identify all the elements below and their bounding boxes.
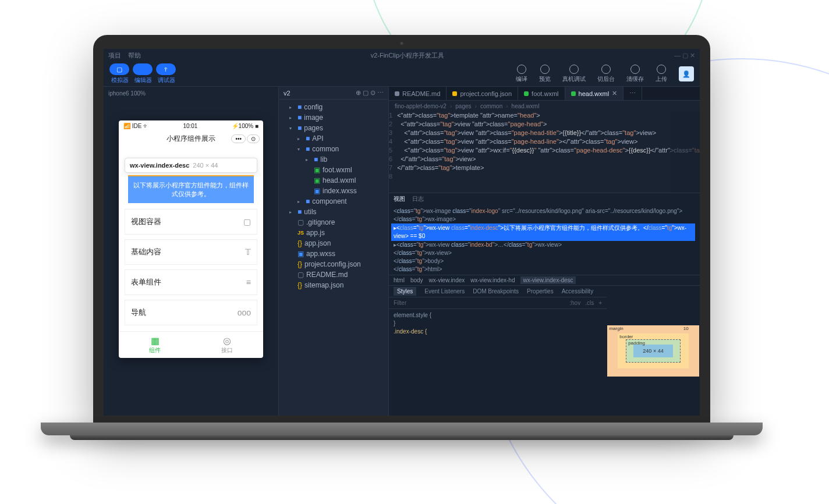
window-title: v2-FinClip小程序开发工具: [141, 51, 674, 60]
file-tree-item[interactable]: {}sitemap.json: [279, 280, 388, 290]
devtools-subtab[interactable]: Properties: [527, 288, 554, 294]
editor-tab[interactable]: head.wxml✕: [565, 87, 624, 100]
file-tree-item[interactable]: ▾■common: [279, 144, 388, 154]
editor-panel: README.mdproject.config.jsonfoot.wxmlhea…: [389, 87, 700, 416]
menu-item[interactable]: 帮助: [128, 51, 141, 60]
tab-item[interactable]: ▦组件: [119, 332, 191, 358]
devtools-subtab[interactable]: Accessibility: [562, 288, 593, 294]
devtools-subtab[interactable]: DOM Breakpoints: [473, 288, 519, 294]
dom-path-segment[interactable]: html: [394, 277, 405, 283]
file-tree-item[interactable]: ▸■config: [279, 102, 388, 112]
toolbar-action[interactable]: 切后台: [597, 65, 615, 83]
status-right: ⚡100% ■: [232, 123, 258, 129]
simulator-device-label: iphone6 100%: [104, 87, 278, 100]
view-tab[interactable]: [133, 63, 153, 75]
toolbar-action[interactable]: 编译: [516, 65, 527, 83]
breadcrumb[interactable]: fino-applet-demo-v2›pages›common›head.wx…: [389, 101, 700, 111]
editor-tab[interactable]: project.config.json: [447, 87, 518, 100]
code-editor[interactable]: 12345678 <"attr">class="tag">template "a…: [389, 111, 700, 193]
file-tree-item[interactable]: {}project.config.json: [279, 259, 388, 269]
view-tab[interactable]: ▢: [109, 63, 129, 75]
component-list-item[interactable]: 视图容器▢: [125, 209, 257, 235]
status-left: 📶 IDE ᯤ: [123, 123, 149, 129]
editor-tab[interactable]: foot.wxml: [518, 87, 565, 100]
file-tree-item[interactable]: ▣head.wxml: [279, 175, 388, 186]
dom-path-segment[interactable]: wx-view.index: [429, 277, 465, 283]
style-filter-action[interactable]: +: [598, 300, 602, 306]
file-tree-item[interactable]: ▣app.wxss: [279, 249, 388, 259]
devtools-subtab[interactable]: Styles: [394, 287, 416, 296]
file-tree-item[interactable]: ▾■pages: [279, 123, 388, 133]
style-filter-action[interactable]: .cls: [585, 300, 594, 306]
dom-path-segment[interactable]: wx-view.index-hd: [470, 277, 515, 283]
file-tree-item[interactable]: JSapp.js: [279, 228, 388, 238]
capsule-menu[interactable]: •••: [231, 134, 246, 143]
toolbar-action[interactable]: 上传: [656, 65, 667, 83]
close-icon: ✕: [612, 90, 617, 97]
view-tab-label: 编辑器: [134, 76, 152, 84]
dom-inspector[interactable]: <class="tg">wx-image class="index-logo" …: [389, 205, 700, 275]
simulator-panel: iphone6 100% 📶 IDE ᯤ 10:01 ⚡100% ■ 小程序组件…: [104, 87, 278, 416]
avatar[interactable]: 👤: [679, 66, 694, 81]
devtools-top-tab[interactable]: 视图: [394, 195, 405, 203]
devtools-panel: 视图日志 <class="tg">wx-image class="index-l…: [389, 193, 700, 416]
dom-path-segment[interactable]: body: [410, 277, 423, 283]
component-list-item[interactable]: 导航ooo: [125, 300, 257, 325]
tab-overflow[interactable]: ⋯: [623, 87, 642, 100]
file-tree-item[interactable]: ▸■utils: [279, 207, 388, 217]
window-titlebar: 项目帮助 v2-FinClip小程序开发工具 — ▢ ✕: [104, 49, 700, 62]
laptop-mockup: 项目帮助 v2-FinClip小程序开发工具 — ▢ ✕ ▢⫯ 模拟器编辑器调试…: [93, 35, 710, 440]
window-controls[interactable]: — ▢ ✕: [674, 52, 695, 59]
dom-path-segment[interactable]: wx-view.index-desc: [520, 276, 575, 284]
file-tree-item[interactable]: ▢.gitignore: [279, 217, 388, 228]
box-model: margin 10 border padding 240 × 44: [607, 286, 700, 416]
page-title: 小程序组件展示: [166, 134, 215, 144]
file-tree-item[interactable]: {}app.json: [279, 238, 388, 249]
tab-item[interactable]: ◎接口: [191, 332, 263, 358]
file-tree-item[interactable]: ▸■image: [279, 112, 388, 123]
style-filter-action[interactable]: :hov: [569, 300, 580, 306]
file-tree-item[interactable]: ▸■API: [279, 133, 388, 144]
highlighted-element[interactable]: 以下将展示小程序官方组件能力，组件样式仅供参考。: [128, 175, 254, 203]
toolbar-action[interactable]: 清缓存: [626, 65, 644, 83]
ide-screen: 项目帮助 v2-FinClip小程序开发工具 — ▢ ✕ ▢⫯ 模拟器编辑器调试…: [104, 49, 700, 416]
toolbar-action[interactable]: 预览: [539, 65, 551, 83]
status-time: 10:01: [183, 123, 197, 129]
filter-input[interactable]: Filter: [394, 300, 406, 306]
explorer-actions[interactable]: ⊕ ▢ ⊙ ⋯: [356, 89, 384, 97]
devtools-top-tab[interactable]: 日志: [412, 195, 424, 203]
editor-tab[interactable]: README.md: [389, 87, 447, 100]
minimap[interactable]: [671, 111, 700, 193]
view-tab[interactable]: ⫯: [156, 63, 176, 75]
inspector-tooltip: wx-view.index-desc240 × 44: [125, 158, 257, 173]
file-tree-item[interactable]: ▢README.md: [279, 269, 388, 280]
project-root[interactable]: v2: [284, 90, 290, 97]
css-rules[interactable]: element.style {}.index-desc {</span></di…: [389, 309, 607, 416]
view-tab-label: 模拟器: [111, 76, 129, 84]
menu-item[interactable]: 项目: [108, 51, 121, 60]
toolbar: ▢⫯ 模拟器编辑器调试器 编译预览真机调试切后台清缓存上传👤: [104, 62, 700, 86]
toolbar-action[interactable]: 真机调试: [562, 65, 586, 83]
file-tree-item[interactable]: ▸■lib: [279, 154, 388, 165]
component-list-item[interactable]: 基础内容𝕋: [125, 239, 257, 265]
view-tab-label: 调试器: [158, 76, 175, 84]
component-list-item[interactable]: 表单组件≡: [125, 269, 257, 295]
dom-breadcrumb[interactable]: htmlbodywx-view.indexwx-view.index-hdwx-…: [389, 275, 700, 285]
devtools-subtab[interactable]: Event Listeners: [424, 288, 465, 294]
file-tree-item[interactable]: ▣index.wxss: [279, 186, 388, 196]
phone-preview: 📶 IDE ᯤ 10:01 ⚡100% ■ 小程序组件展示 ••• ⊙ wx-v…: [119, 120, 263, 358]
file-tree-item[interactable]: ▸■component: [279, 196, 388, 207]
file-tree-item[interactable]: ▣foot.wxml: [279, 165, 388, 175]
file-explorer: v2 ⊕ ▢ ⊙ ⋯ ▸■config▸■image▾■pages▸■API▾■…: [278, 87, 389, 416]
capsule-close[interactable]: ⊙: [247, 134, 260, 143]
